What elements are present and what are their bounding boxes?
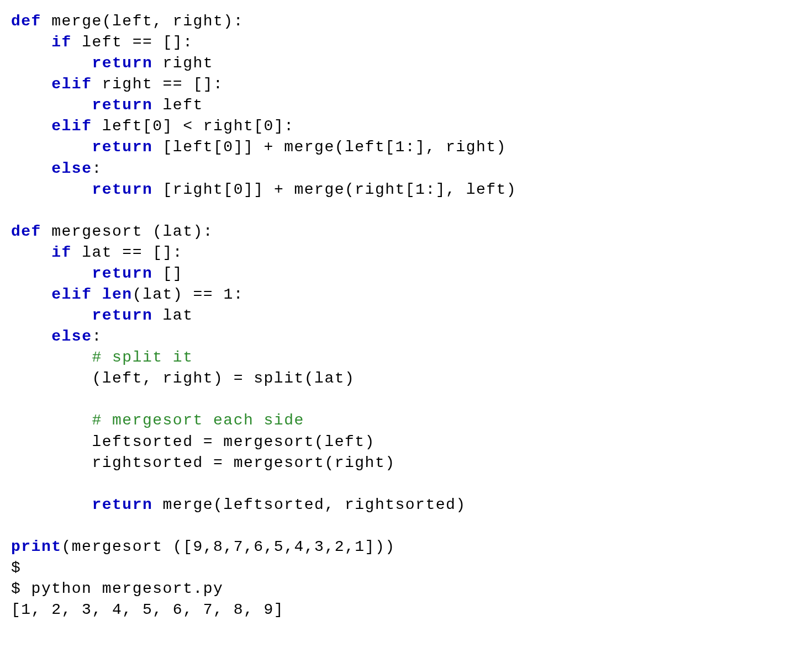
code-line: return [right[0]] + merge(right[1:], lef… bbox=[11, 179, 801, 200]
code-line bbox=[11, 389, 801, 410]
code-line: leftsorted = mergesort(left) bbox=[11, 432, 801, 453]
code-line: return lat bbox=[11, 305, 801, 326]
code-line: else: bbox=[11, 158, 801, 179]
code-line: # mergesort each side bbox=[11, 410, 801, 431]
code-line: print(mergesort ([9,8,7,6,5,4,3,2,1])) bbox=[11, 537, 801, 558]
shell-command: $ python mergesort.py bbox=[11, 578, 801, 599]
code-line: def mergesort (lat): bbox=[11, 221, 801, 242]
code-line: elif left[0] < right[0]: bbox=[11, 116, 801, 137]
code-line: (left, right) = split(lat) bbox=[11, 368, 801, 389]
code-line: return left bbox=[11, 95, 801, 116]
code-line: return right bbox=[11, 53, 801, 74]
code-line: def merge(left, right): bbox=[11, 11, 801, 32]
code-line bbox=[11, 200, 801, 221]
code-line bbox=[11, 474, 801, 495]
code-line: return merge(leftsorted, rightsorted) bbox=[11, 495, 801, 516]
code-line: # split it bbox=[11, 347, 801, 368]
code-line: elif right == []: bbox=[11, 74, 801, 95]
code-line: rightsorted = mergesort(right) bbox=[11, 453, 801, 474]
shell-output: $$ python mergesort.py[1, 2, 3, 4, 5, 6,… bbox=[11, 558, 801, 620]
code-line: if lat == []: bbox=[11, 242, 801, 263]
python-code-block: def merge(left, right): if left == []: r… bbox=[11, 11, 801, 558]
code-line: return [] bbox=[11, 263, 801, 284]
shell-prompt-1: $ bbox=[11, 558, 801, 578]
code-line: elif len(lat) == 1: bbox=[11, 284, 801, 305]
shell-result: [1, 2, 3, 4, 5, 6, 7, 8, 9] bbox=[11, 599, 801, 620]
code-line: else: bbox=[11, 326, 801, 347]
code-line bbox=[11, 516, 801, 537]
code-line: if left == []: bbox=[11, 32, 801, 53]
code-line: return [left[0]] + merge(left[1:], right… bbox=[11, 137, 801, 158]
